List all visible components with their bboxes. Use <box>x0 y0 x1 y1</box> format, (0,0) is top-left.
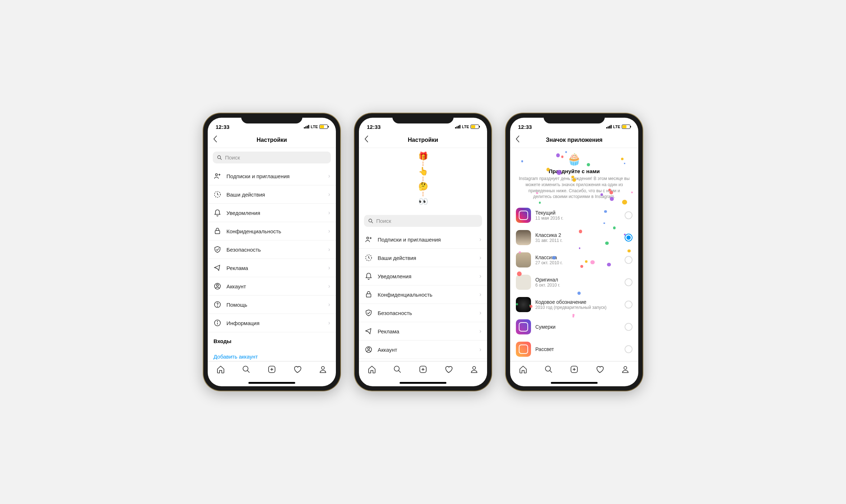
radio-button[interactable] <box>625 301 633 309</box>
page-title: Настройки <box>408 137 438 143</box>
emoji-2: 🤔 <box>418 182 428 191</box>
app-icon-preview <box>516 275 531 290</box>
tab-add[interactable] <box>267 365 276 376</box>
home-indicator[interactable] <box>208 379 336 386</box>
tab-add[interactable] <box>419 365 427 376</box>
confetti-dot <box>624 163 625 164</box>
setting-item-1[interactable]: Ваши действия › <box>359 249 487 267</box>
status-time: 12:33 <box>216 124 229 130</box>
search-input[interactable]: Поиск <box>364 215 482 227</box>
tab-activity[interactable] <box>293 365 302 376</box>
setting-icon <box>213 209 221 217</box>
chevron-right-icon: › <box>480 291 481 298</box>
setting-item-6[interactable]: Аккаунт › <box>208 277 336 296</box>
app-icon-option-6[interactable]: Рассвет <box>510 338 638 360</box>
home-indicator[interactable] <box>359 379 487 386</box>
confetti-dot <box>579 230 582 233</box>
app-icon-option-2[interactable]: Классика 27 окт. 2010 г. <box>510 249 638 271</box>
setting-item-3[interactable]: Конфиденциальность › <box>359 285 487 304</box>
tab-activity[interactable] <box>444 365 453 376</box>
radio-button[interactable] <box>625 345 633 353</box>
chevron-right-icon: › <box>328 173 330 179</box>
setting-item-1[interactable]: Ваши действия › <box>208 185 336 204</box>
app-icon-option-5[interactable]: Сумерки <box>510 316 638 338</box>
svg-point-21 <box>369 219 372 222</box>
emoji-easter-egg[interactable]: 🎁👆🤔👀 <box>359 148 487 211</box>
confetti-dot <box>587 163 590 166</box>
search-input[interactable]: Поиск <box>213 152 331 163</box>
radio-button[interactable] <box>625 323 633 331</box>
tab-activity[interactable] <box>595 365 604 376</box>
setting-icon <box>213 264 221 272</box>
option-name: Классика 2 <box>535 232 620 238</box>
tab-add[interactable] <box>570 365 579 376</box>
svg-point-42 <box>545 366 550 371</box>
svg-point-2 <box>216 174 218 176</box>
chevron-right-icon: › <box>328 191 330 198</box>
setting-icon <box>365 272 373 280</box>
celebrate-block: 🧁 Празднуйте с нами Instagram празднует … <box>510 148 638 204</box>
app-icon-option-3[interactable]: Оригинал 6 окт. 2010 г. <box>510 271 638 293</box>
tab-profile[interactable] <box>319 365 327 376</box>
tab-home[interactable] <box>519 365 527 376</box>
app-icon-option-1[interactable]: Классика 2 31 авг. 2011 г. <box>510 226 638 249</box>
setting-item-4[interactable]: Безопасность › <box>208 240 336 259</box>
confetti-dot <box>565 151 567 153</box>
network-label: LTE <box>462 125 469 129</box>
tab-search[interactable] <box>544 365 553 376</box>
chevron-right-icon: › <box>480 328 481 334</box>
confetti-dot <box>530 305 532 308</box>
chevron-right-icon: › <box>328 246 330 253</box>
svg-point-11 <box>217 306 217 306</box>
emoji-3: 👀 <box>418 197 428 206</box>
add-account-link[interactable]: Добавить аккаунт <box>208 350 336 361</box>
setting-item-8[interactable]: Информация › <box>208 314 336 332</box>
radio-button[interactable] <box>625 278 633 286</box>
tab-bar <box>359 361 487 379</box>
app-icon-option-0[interactable]: Текущий 11 мая 2016 г. <box>510 204 638 226</box>
option-date: 11 мая 2016 г. <box>535 216 620 221</box>
chevron-right-icon: › <box>328 283 330 289</box>
svg-line-7 <box>215 267 217 269</box>
confetti-dot <box>521 160 523 162</box>
logins-section-header: Входы <box>208 332 336 350</box>
setting-item-6[interactable]: Аккаунт › <box>359 341 487 359</box>
back-button[interactable] <box>515 135 520 145</box>
home-indicator[interactable] <box>510 379 638 386</box>
tab-search[interactable] <box>242 365 251 376</box>
setting-item-4[interactable]: Безопасность › <box>359 304 487 322</box>
tab-profile[interactable] <box>621 365 630 376</box>
confetti-dot <box>622 200 627 205</box>
radio-button[interactable] <box>625 256 633 264</box>
setting-label: Безопасность <box>226 247 323 253</box>
setting-item-5[interactable]: Реклама › <box>359 322 487 341</box>
option-date: 2010 год (предварительный запуск) <box>535 305 620 310</box>
setting-item-7[interactable]: Помощь › <box>208 296 336 314</box>
chevron-right-icon: › <box>480 310 481 316</box>
celebrate-title: Празднуйте с нами <box>519 168 630 174</box>
chevron-right-icon: › <box>328 320 330 326</box>
back-button[interactable] <box>213 135 218 145</box>
confetti-dot <box>585 260 588 263</box>
radio-button[interactable] <box>625 234 633 242</box>
tab-search[interactable] <box>393 365 402 376</box>
app-icon-preview <box>516 208 531 223</box>
setting-item-2[interactable]: Уведомления › <box>208 204 336 222</box>
page-title: Настройки <box>257 137 287 143</box>
confetti-dot <box>627 249 631 253</box>
setting-item-2[interactable]: Уведомления › <box>359 267 487 285</box>
tab-profile[interactable] <box>470 365 478 376</box>
tab-home[interactable] <box>368 365 376 376</box>
tab-home[interactable] <box>216 365 225 376</box>
notch <box>392 113 454 123</box>
setting-item-0[interactable]: Подписки и приглашения › <box>359 230 487 249</box>
setting-label: Конфиденциальность <box>226 228 323 234</box>
chevron-right-icon: › <box>480 346 481 353</box>
setting-item-5[interactable]: Реклама › <box>208 259 336 277</box>
radio-button[interactable] <box>625 211 633 219</box>
setting-icon <box>365 346 373 354</box>
setting-item-3[interactable]: Конфиденциальность › <box>208 222 336 240</box>
setting-label: Уведомления <box>378 273 474 279</box>
setting-item-0[interactable]: Подписки и приглашения › <box>208 167 336 185</box>
back-button[interactable] <box>364 135 369 145</box>
